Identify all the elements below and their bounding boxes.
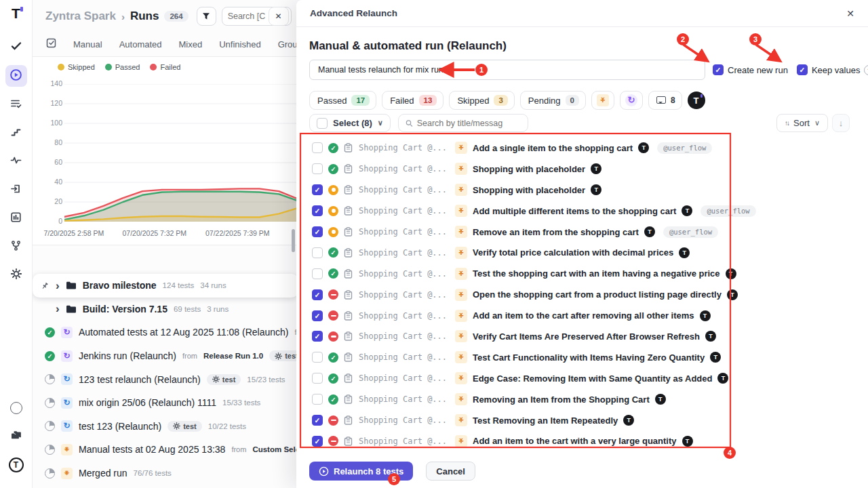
- keep-values-checkbox[interactable]: [797, 64, 808, 75]
- help-button[interactable]: [5, 397, 27, 419]
- test-row[interactable]: Shopping Cart @... Add an item to the ca…: [296, 430, 868, 451]
- test-row[interactable]: Shopping Cart @... Add an item to the ca…: [296, 305, 868, 326]
- tab[interactable]: Manual: [73, 39, 102, 49]
- test-suite[interactable]: Shopping Cart @...: [359, 248, 446, 258]
- relaunch-button[interactable]: Relaunch 8 tests: [309, 462, 413, 481]
- run-name-input[interactable]: [309, 60, 705, 80]
- test-checkbox[interactable]: [312, 373, 323, 384]
- automated-runs-chip[interactable]: [620, 91, 643, 110]
- test-checkbox[interactable]: [312, 268, 323, 279]
- test-title[interactable]: Add a single item to the shopping cart: [473, 143, 633, 153]
- sort-button[interactable]: Sort: [776, 114, 828, 132]
- test-row[interactable]: Shopping Cart @... Removing an Item from…: [296, 389, 868, 410]
- test-row[interactable]: Shopping Cart @... Add a single item to …: [296, 138, 868, 159]
- help-tooltip-icon[interactable]: [864, 65, 868, 75]
- test-checkbox[interactable]: [312, 163, 323, 174]
- test-title[interactable]: Add multiple different items to the shop…: [473, 206, 676, 216]
- collapse-button[interactable]: [832, 114, 850, 132]
- test-suite[interactable]: Shopping Cart @...: [359, 352, 446, 362]
- test-checkbox[interactable]: [312, 142, 323, 153]
- run-row[interactable]: test 123 (Relaunch) test 10/22 tests: [33, 415, 298, 439]
- tab[interactable]: Mixed: [179, 39, 203, 49]
- test-suite[interactable]: Shopping Cart @...: [359, 436, 446, 446]
- status-chip[interactable]: Passed17: [309, 91, 376, 110]
- test-row[interactable]: Shopping Cart @... Open the shopping car…: [296, 284, 868, 305]
- sidebar-item-reports[interactable]: [5, 207, 27, 229]
- test-title[interactable]: Add an item to the cart with a very larg…: [473, 436, 677, 446]
- test-suite[interactable]: Shopping Cart @...: [359, 164, 446, 174]
- test-suite[interactable]: Shopping Cart @...: [359, 206, 446, 216]
- test-checkbox[interactable]: [312, 415, 323, 426]
- test-title[interactable]: Edge Case: Removing Item with Same Quant…: [473, 373, 712, 384]
- tab[interactable]: Automated: [119, 39, 162, 49]
- tab[interactable]: Unfinished: [219, 39, 260, 49]
- test-suite[interactable]: Shopping Cart @...: [359, 227, 446, 237]
- run-row[interactable]: Manual tests at 02 Aug 2025 13:38 from C…: [33, 438, 298, 462]
- test-suite[interactable]: Shopping Cart @...: [359, 143, 446, 152]
- breadcrumb-project[interactable]: Zyntra Spark: [45, 9, 116, 23]
- sidebar-item-runs[interactable]: [5, 65, 27, 87]
- test-checkbox[interactable]: [312, 394, 323, 405]
- status-chip[interactable]: Pending0: [520, 91, 586, 110]
- sidebar-item-settings[interactable]: [5, 264, 27, 286]
- sidebar-item-import[interactable]: [5, 179, 27, 201]
- test-suite[interactable]: Shopping Cart @...: [359, 373, 446, 383]
- global-search[interactable]: ✕: [222, 7, 292, 26]
- test-row[interactable]: Shopping Cart @... Shopping with placeho…: [296, 180, 868, 201]
- test-title[interactable]: Remove an item from the shopping cart: [473, 227, 639, 237]
- test-row[interactable]: Shopping Cart @... Test Cart Functionali…: [296, 347, 868, 368]
- app-logo[interactable]: T: [12, 5, 20, 22]
- select-dropdown[interactable]: Select (8): [309, 114, 391, 132]
- global-search-input[interactable]: [228, 12, 269, 21]
- test-suite[interactable]: Shopping Cart @...: [359, 415, 446, 425]
- test-checkbox[interactable]: [312, 289, 323, 300]
- test-title[interactable]: Shopping with placeholder: [473, 185, 585, 195]
- projects-button[interactable]: [5, 426, 27, 447]
- brand-button[interactable]: T: [5, 454, 27, 476]
- test-title[interactable]: Test Removing an Item Repeatedly: [473, 415, 618, 426]
- filter-button[interactable]: [197, 7, 216, 26]
- test-checkbox[interactable]: [312, 184, 323, 195]
- test-title[interactable]: Removing an Item from the Shopping Cart: [473, 394, 650, 405]
- create-new-run-checkbox[interactable]: [713, 64, 724, 75]
- run-row[interactable]: Jenkins run (Relaunch) from Release Run …: [33, 344, 298, 368]
- sidebar-item-results[interactable]: [5, 94, 27, 115]
- test-row[interactable]: Shopping Cart @... Test the shopping car…: [296, 263, 868, 284]
- test-checkbox[interactable]: [312, 331, 323, 342]
- sidebar-item-steps[interactable]: [5, 122, 27, 144]
- clear-search-button[interactable]: ✕: [269, 7, 289, 26]
- test-search[interactable]: [398, 114, 528, 132]
- test-row[interactable]: Shopping Cart @... Test Removing an Item…: [296, 410, 868, 431]
- comments-chip[interactable]: 8: [648, 91, 682, 110]
- cancel-button[interactable]: Cancel: [426, 462, 475, 481]
- keep-values-option[interactable]: Keep values: [797, 64, 868, 75]
- test-title[interactable]: Shopping with placeholder: [473, 164, 585, 174]
- test-title[interactable]: Test the shopping cart with an item havi…: [473, 268, 720, 279]
- page-scrollbar-thumb[interactable]: [292, 229, 295, 252]
- select-all-checkbox[interactable]: [317, 118, 328, 129]
- test-search-input[interactable]: [417, 119, 521, 128]
- test-suite[interactable]: Shopping Cart @...: [359, 269, 446, 279]
- test-suite[interactable]: Shopping Cart @...: [359, 311, 446, 321]
- test-row[interactable]: Shopping Cart @... Verify total price ca…: [296, 242, 868, 263]
- run-row[interactable]: 123 test relaunch (Relaunch) test 15/23 …: [33, 367, 298, 391]
- test-title[interactable]: Verify Cart Items Are Preserved After Br…: [473, 331, 700, 342]
- sidebar-item-activity[interactable]: [5, 150, 27, 172]
- test-row[interactable]: Shopping Cart @... Shopping with placeho…: [296, 159, 868, 180]
- select-all-icon[interactable]: [46, 38, 56, 51]
- run-row[interactable]: Bravo milestone 124 tests 34 runs: [33, 274, 298, 298]
- test-suite[interactable]: Shopping Cart @...: [359, 331, 446, 341]
- close-icon[interactable]: [846, 8, 854, 19]
- test-checkbox[interactable]: [312, 226, 323, 237]
- test-checkbox[interactable]: [312, 247, 323, 258]
- sidebar-item-tests[interactable]: [5, 37, 27, 58]
- create-new-run-option[interactable]: Create new run: [713, 64, 788, 75]
- chevron-right-icon[interactable]: [56, 303, 60, 314]
- test-title[interactable]: Add an item to the cart after removing a…: [473, 310, 694, 321]
- test-checkbox[interactable]: [312, 205, 323, 216]
- sidebar-item-branches[interactable]: [5, 236, 27, 258]
- test-suite[interactable]: Shopping Cart @...: [359, 185, 446, 195]
- t-brand-chip[interactable]: T: [688, 92, 705, 109]
- status-chip[interactable]: Failed13: [382, 91, 443, 110]
- test-suite[interactable]: Shopping Cart @...: [359, 394, 446, 404]
